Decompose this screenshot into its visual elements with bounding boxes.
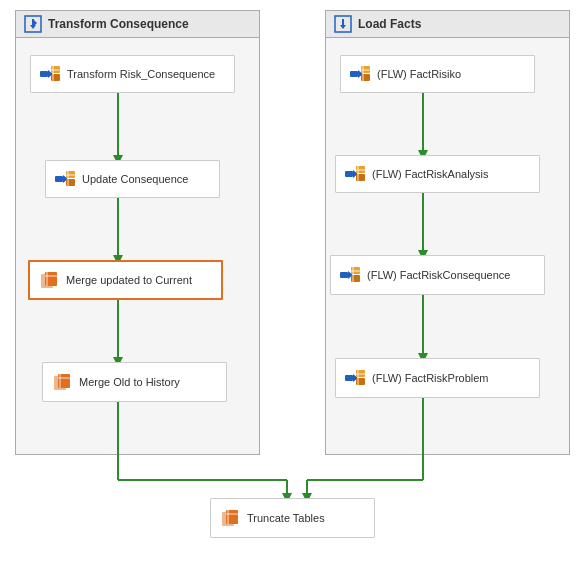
- flw-icon-1: [349, 63, 371, 85]
- task-flw-factriskproblem[interactable]: (FLW) FactRiskProblem: [335, 358, 540, 398]
- svg-rect-59: [340, 272, 348, 278]
- task-label-truncate-tables: Truncate Tables: [247, 512, 325, 524]
- truncate-icon: [219, 507, 241, 529]
- package-header-loadfacts: Load Facts: [326, 11, 569, 38]
- task-label-merge-updated: Merge updated to Current: [66, 274, 192, 286]
- svg-marker-3: [30, 25, 36, 29]
- svg-marker-6: [340, 25, 346, 29]
- task-flw-factriskconsequence[interactable]: (FLW) FactRiskConsequence: [330, 255, 545, 295]
- merge-icon-1: [38, 269, 60, 291]
- task-label-flw-factrisiko: (FLW) FactRisiko: [377, 68, 461, 80]
- flw-icon-4: [344, 367, 366, 389]
- task-label-update-consequence: Update Consequence: [82, 173, 188, 185]
- task-label-flw-facriskanalysis: (FLW) FactRiskAnalysis: [372, 168, 489, 180]
- task-label-flw-factriskconsequence: (FLW) FactRiskConsequence: [367, 269, 510, 281]
- svg-rect-65: [345, 375, 353, 381]
- task-label-transform-risk: Transform Risk_Consequence: [67, 68, 215, 80]
- svg-rect-53: [345, 171, 353, 177]
- svg-rect-35: [66, 171, 75, 178]
- svg-rect-55: [356, 166, 365, 173]
- task-merge-old-history[interactable]: Merge Old to History: [42, 362, 227, 402]
- task-truncate-tables[interactable]: Truncate Tables: [210, 498, 375, 538]
- task-update-consequence[interactable]: Update Consequence: [45, 160, 220, 198]
- svg-rect-36: [66, 179, 75, 186]
- task-label-merge-old-history: Merge Old to History: [79, 376, 180, 388]
- svg-rect-29: [51, 66, 60, 73]
- svg-rect-62: [351, 275, 360, 282]
- task-merge-updated-current[interactable]: Merge updated to Current: [28, 260, 223, 300]
- package-title-loadfacts: Load Facts: [358, 17, 421, 31]
- merge-icon-2: [51, 371, 73, 393]
- package-header-transform: Transform Consequence: [16, 11, 259, 38]
- package-icon-transform: [24, 15, 42, 33]
- svg-rect-56: [356, 174, 365, 181]
- svg-rect-30: [51, 74, 60, 81]
- svg-rect-67: [356, 370, 365, 377]
- svg-rect-27: [40, 71, 48, 77]
- svg-rect-49: [361, 66, 370, 73]
- task-label-flw-factriskproblem: (FLW) FactRiskProblem: [372, 372, 489, 384]
- package-icon-loadfacts: [334, 15, 352, 33]
- task-flw-facriskanalysis[interactable]: (FLW) FactRiskAnalysis: [335, 155, 540, 193]
- update-icon: [54, 168, 76, 190]
- svg-rect-68: [356, 378, 365, 385]
- svg-rect-47: [350, 71, 358, 77]
- svg-rect-50: [361, 74, 370, 81]
- package-title-transform: Transform Consequence: [48, 17, 189, 31]
- task-transform-risk-consequence[interactable]: Transform Risk_Consequence: [30, 55, 235, 93]
- task-flw-factrisiko[interactable]: (FLW) FactRisiko: [340, 55, 535, 93]
- flw-icon-3: [339, 264, 361, 286]
- svg-rect-33: [55, 176, 63, 182]
- flw-icon-2: [344, 163, 366, 185]
- canvas: Transform Consequence Load Facts: [0, 0, 585, 567]
- svg-rect-61: [351, 267, 360, 274]
- dataflow-icon: [39, 63, 61, 85]
